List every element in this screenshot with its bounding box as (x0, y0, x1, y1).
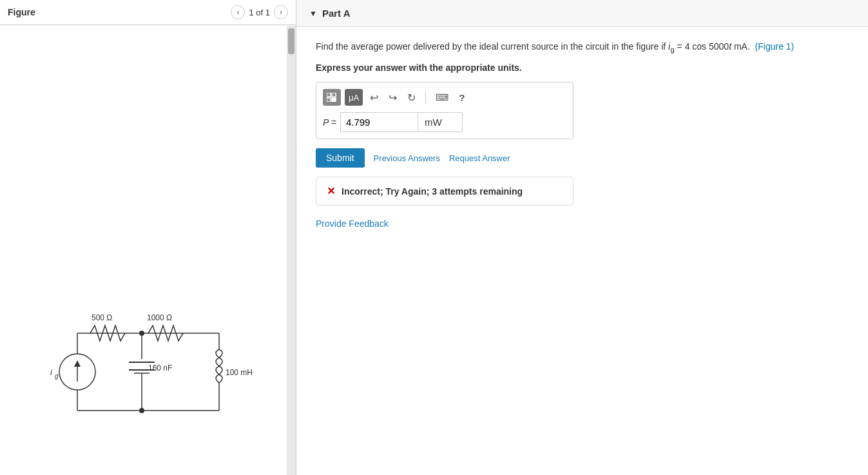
figure-nav: ‹ 1 of 1 › (231, 5, 288, 19)
c-label: 160 nF (148, 364, 172, 373)
svg-rect-16 (332, 93, 336, 97)
undo-btn[interactable]: ↩ (367, 90, 381, 105)
part-title: Part A (322, 8, 351, 19)
mu-btn[interactable]: μA (345, 89, 363, 106)
svg-rect-17 (327, 98, 331, 102)
answer-box: μA ↩ ↪ ↻ ⌨ ? P = mW (316, 82, 574, 139)
redo-btn[interactable]: ↪ (385, 90, 400, 105)
feedback-link[interactable]: Provide Feedback (316, 218, 389, 229)
figure-title: Figure (8, 7, 226, 17)
refresh-btn[interactable]: ↻ (404, 90, 419, 105)
error-box: ✕ Incorrect; Try Again; 3 attempts remai… (316, 177, 574, 206)
question-body: Find the average power delivered by the … (296, 27, 868, 242)
previous-answers-link[interactable]: Previous Answers (374, 153, 440, 163)
submit-button[interactable]: Submit (316, 148, 365, 168)
math-ig: ig (668, 41, 675, 52)
error-message: Incorrect; Try Again; 3 attempts remaini… (342, 186, 523, 197)
l-label: 100 mH (226, 368, 253, 377)
scroll-thumb[interactable] (288, 28, 294, 54)
error-icon: ✕ (327, 185, 335, 197)
part-header: ▼ Part A (296, 0, 868, 27)
help-btn[interactable]: ? (456, 91, 468, 104)
keyboard-btn[interactable]: ⌨ (432, 91, 452, 104)
r2-label: 1000 Ω (147, 313, 172, 322)
matrix-btn[interactable] (323, 89, 341, 106)
figure-area: i g 500 Ω 1000 Ω (0, 25, 296, 475)
toolbar: μA ↩ ↪ ↻ ⌨ ? (323, 89, 566, 106)
source-label: i (50, 367, 53, 377)
scrollbar[interactable] (287, 26, 296, 475)
part-collapse-icon[interactable]: ▼ (309, 9, 317, 18)
svg-marker-2 (74, 360, 81, 367)
svg-rect-15 (327, 93, 331, 97)
figure-header: Figure ‹ 1 of 1 › (0, 0, 296, 25)
value-input[interactable] (340, 112, 418, 132)
svg-rect-18 (332, 98, 336, 102)
circuit-diagram: i g 500 Ω 1000 Ω (39, 301, 258, 423)
express-text: Express your answer with the appropriate… (316, 63, 849, 73)
figure-prev-btn[interactable]: ‹ (231, 5, 245, 19)
node-top (139, 331, 144, 336)
request-answer-link[interactable]: Request Answer (449, 153, 510, 163)
r1-label: 500 Ω (92, 313, 112, 322)
input-row: P = mW (323, 112, 566, 132)
figure-link[interactable]: (Figure 1) (755, 41, 795, 52)
left-panel: Figure ‹ 1 of 1 › i g 500 Ω (0, 0, 296, 475)
toolbar-separator (425, 91, 426, 104)
unit-display: mW (418, 112, 463, 132)
p-label: P = (323, 117, 336, 128)
figure-counter: 1 of 1 (249, 8, 270, 17)
right-panel: ▼ Part A Find the average power delivere… (296, 0, 868, 475)
action-row: Submit Previous Answers Request Answer (316, 148, 849, 168)
figure-next-btn[interactable]: › (274, 5, 288, 19)
question-text: Find the average power delivered by the … (316, 40, 849, 55)
svg-text:g: g (55, 373, 59, 380)
